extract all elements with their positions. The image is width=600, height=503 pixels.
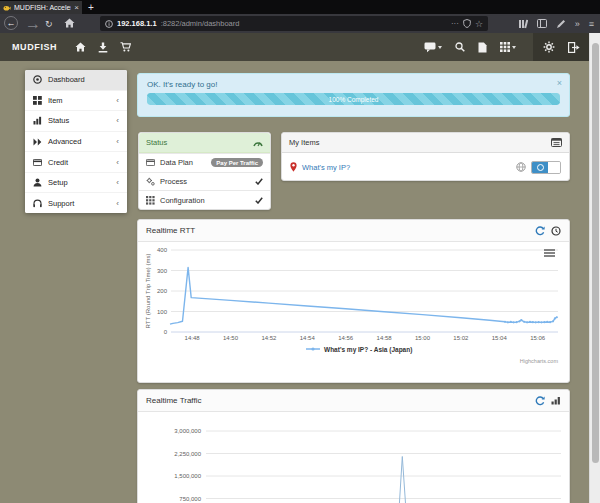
chevron-left-icon: ‹ [116, 199, 119, 208]
url-bar[interactable]: 192.168.1.1:8282/admin/dashboard ··· ☆ [100, 16, 488, 31]
browser-tab[interactable]: MUDFISH: Acceleration A × [0, 1, 82, 14]
forward-button[interactable]: → [25, 16, 41, 31]
tab-title: MUDFISH: Acceleration A [14, 4, 71, 11]
settings-gear-icon[interactable] [543, 41, 555, 53]
home-button-icon[interactable] [64, 18, 75, 28]
sidebar-item-support[interactable]: Support ‹ [25, 192, 127, 213]
back-button[interactable]: ← [4, 16, 18, 30]
bookmark-star-icon[interactable]: ☆ [475, 19, 483, 29]
signal-bars-icon[interactable] [551, 396, 561, 405]
sidebar-toggle-icon[interactable] [537, 19, 547, 28]
tab-close-icon[interactable]: × [74, 3, 79, 12]
check-icon [255, 197, 263, 204]
navbar-right [424, 33, 590, 61]
nav-download-icon[interactable] [98, 42, 108, 53]
svg-text:14:56: 14:56 [338, 335, 354, 341]
new-tab-button[interactable]: + [88, 0, 94, 14]
alert-close-icon[interactable]: × [557, 78, 562, 88]
sidebar-item-status[interactable]: Status ‹ [25, 110, 127, 131]
sidebar-item-credit[interactable]: Credit ‹ [25, 151, 127, 172]
logout-icon[interactable] [568, 42, 580, 53]
status-panel-title: Status [146, 138, 253, 147]
my-items-panel: My Items What's my IP? [281, 132, 570, 181]
rtt-chart: 010020030040014:4814:5014:5214:5414:5614… [138, 242, 571, 384]
status-row-configuration[interactable]: Configuration [139, 190, 270, 209]
check-icon [255, 178, 263, 185]
nav-home-icon[interactable] [75, 42, 86, 52]
chevron-left-icon: ‹ [116, 178, 119, 187]
svg-text:300: 300 [157, 268, 168, 274]
refresh-icon[interactable] [535, 396, 545, 406]
whats-my-ip-link[interactable]: What's my IP? [302, 163, 511, 172]
url-host: 192.168.1.1 [117, 19, 157, 28]
svg-text:What's my IP? - Asia (Japan): What's my IP? - Asia (Japan) [324, 346, 412, 354]
traffic-panel-header: Realtime Traffic [138, 390, 569, 412]
map-marker-icon [290, 162, 297, 172]
app-menu-icon[interactable]: ≡ [589, 19, 594, 29]
svg-text:14:50: 14:50 [223, 335, 239, 341]
overflow-chevrons-icon[interactable]: » [575, 19, 580, 29]
reload-button[interactable]: ↻ [45, 16, 53, 31]
sidebar-item-label: Setup [48, 178, 110, 187]
toggle-on-side [532, 162, 548, 173]
progress-track: 100% Completed [147, 93, 560, 105]
forward-icon [33, 138, 42, 146]
credit-card-icon [146, 159, 155, 166]
sidebar-menu: Dashboard Item ‹ Status ‹ Advanced ‹ Cre… [25, 70, 127, 213]
sidebar-item-label: Item [48, 96, 110, 105]
brand-logo[interactable]: MUDFISH [12, 42, 57, 52]
headphones-icon [33, 199, 42, 208]
status-row-label: Configuration [160, 196, 250, 205]
sidebar-item-setup[interactable]: Setup ‹ [25, 172, 127, 193]
progress-bar: 100% Completed [147, 93, 560, 105]
svg-text:1,500,000: 1,500,000 [174, 473, 201, 479]
clock-icon[interactable] [551, 226, 561, 236]
svg-text:Highcharts.com: Highcharts.com [520, 358, 559, 364]
item-enable-toggle[interactable] [531, 161, 561, 174]
browser-tab-bar: MUDFISH: Acceleration A × + [0, 0, 600, 14]
chevron-left-icon: ‹ [116, 96, 119, 105]
document-icon[interactable] [478, 42, 487, 53]
sidebar-item-item[interactable]: Item ‹ [25, 90, 127, 111]
bar-chart-icon [33, 116, 42, 125]
svg-text:15:02: 15:02 [453, 335, 469, 341]
svg-text:14:58: 14:58 [377, 335, 393, 341]
sidebar-item-advanced[interactable]: Advanced ‹ [25, 131, 127, 152]
sidebar-item-label: Status [48, 116, 110, 125]
progress-label: 100% Completed [329, 96, 379, 103]
refresh-icon[interactable] [535, 226, 545, 236]
th-large-icon [33, 96, 42, 105]
svg-text:200: 200 [157, 288, 168, 294]
nav-cart-icon[interactable] [120, 42, 131, 52]
svg-text:400: 400 [157, 247, 168, 253]
status-row-label: Process [160, 177, 250, 186]
traffic-chart: 3,000,0002,250,0001,500,000750,000 [138, 412, 571, 503]
shield-icon[interactable] [463, 19, 471, 28]
status-row-data-plan[interactable]: Data Plan Pay Per Traffic [139, 153, 270, 172]
list-alt-icon [551, 138, 562, 147]
feedback-comment-icon[interactable] [424, 42, 442, 53]
my-items-title: My Items [289, 138, 551, 147]
realtime-traffic-panel: Realtime Traffic 3,000,0002,250,0001,500… [137, 389, 570, 503]
chevron-left-icon: ‹ [116, 137, 119, 146]
caret-down-icon [512, 46, 516, 49]
library-icon[interactable] [518, 19, 528, 29]
page-actions-icon[interactable]: ··· [451, 19, 459, 28]
scrollbar-thumb[interactable] [592, 43, 599, 463]
cogs-icon [146, 177, 155, 186]
site-info-icon[interactable] [105, 20, 113, 28]
globe-icon[interactable] [516, 162, 526, 172]
extension-pen-icon[interactable] [556, 19, 566, 29]
chevron-left-icon: ‹ [116, 116, 119, 125]
status-row-process[interactable]: Process [139, 172, 270, 191]
rtt-panel-header: Realtime RTT [138, 220, 569, 242]
search-icon[interactable] [455, 42, 465, 52]
toggle-off-side [548, 162, 560, 173]
sidebar-item-label: Credit [48, 158, 110, 167]
apps-grid-icon[interactable] [500, 42, 516, 52]
item-row-whats-my-ip: What's my IP? [282, 153, 569, 181]
dashboard-icon [33, 75, 42, 84]
sidebar-item-dashboard[interactable]: Dashboard [25, 70, 127, 90]
page-scrollbar[interactable] [589, 33, 600, 503]
sidebar-item-label: Dashboard [48, 75, 119, 84]
